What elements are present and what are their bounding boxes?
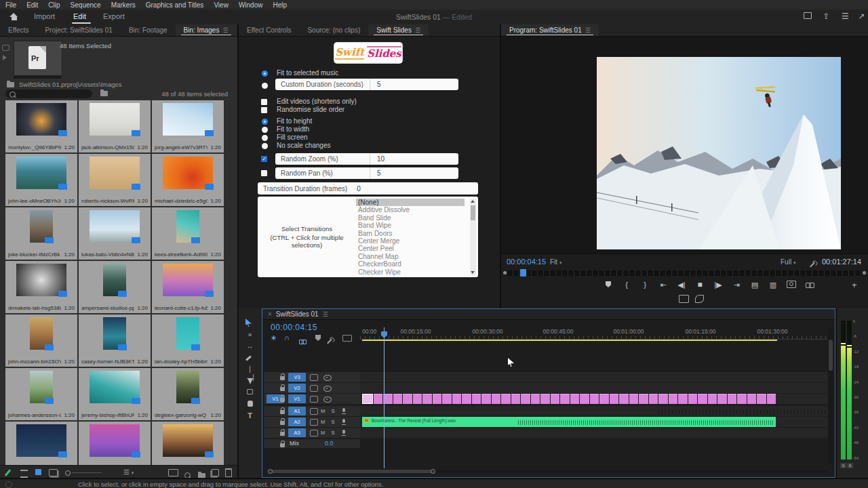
sync-lock-icon[interactable] xyxy=(310,385,318,392)
menu-graphics-and-titles[interactable]: Graphics and Titles xyxy=(146,1,204,9)
media-item[interactable]: drmakete-lab-hsg538W1:20 xyxy=(5,261,77,313)
hscroll-right-handle[interactable] xyxy=(431,469,435,474)
scrub-left-handle[interactable] xyxy=(503,271,507,274)
selection-tool[interactable] xyxy=(245,319,254,327)
list-view-icon[interactable] xyxy=(20,470,28,478)
hand-tool[interactable] xyxy=(245,400,254,408)
media-item[interactable] xyxy=(152,422,224,465)
program-scrub-bar[interactable] xyxy=(507,270,862,276)
image-clip[interactable] xyxy=(570,394,580,404)
mark-out-icon[interactable]: } xyxy=(638,280,652,289)
timeline-vertical-scrollbar[interactable] xyxy=(828,327,833,463)
add-button[interactable]: + xyxy=(852,280,857,290)
track-toggle-v1[interactable]: V1 xyxy=(288,394,306,403)
nested-sequence-icon[interactable]: ∗ xyxy=(271,333,277,342)
media-item[interactable] xyxy=(5,422,77,465)
video-track-lane-v3[interactable] xyxy=(360,372,828,382)
random-zoom-input[interactable]: Random Zoom (%) 10 xyxy=(275,153,458,165)
image-clip[interactable] xyxy=(501,394,511,404)
menu-window[interactable]: Window xyxy=(239,1,263,9)
settings-wrench-icon[interactable] xyxy=(812,258,813,270)
mute-button[interactable]: M xyxy=(319,407,326,415)
linked-selection-icon[interactable] xyxy=(299,335,307,347)
image-clip[interactable] xyxy=(580,394,589,404)
image-clip[interactable] xyxy=(433,394,442,404)
track-lock-icon[interactable] xyxy=(280,432,285,436)
track-toggle-v2[interactable]: V2 xyxy=(288,384,306,392)
video-track-lane-v1[interactable] xyxy=(360,394,828,404)
lift-icon[interactable]: ▤ xyxy=(748,280,762,289)
transition-option[interactable]: (None) xyxy=(356,199,465,206)
track-lock-icon[interactable] xyxy=(280,398,285,402)
step-forward-icon[interactable]: |▶ xyxy=(711,280,725,289)
bin-preview-thumbnail[interactable]: Pr xyxy=(14,41,62,76)
timeline-settings-wrench-icon[interactable] xyxy=(329,335,330,347)
media-item[interactable]: jorg-angeli-eW7v3RTV1:20 xyxy=(152,100,224,152)
captions-icon[interactable] xyxy=(342,335,352,342)
solo-button[interactable]: S xyxy=(330,407,336,415)
image-clip[interactable] xyxy=(619,394,629,404)
settings-overlay-icon[interactable] xyxy=(679,295,689,303)
transition-duration-input[interactable]: Transition Duration (frames) 0 xyxy=(258,182,478,195)
zoom-slider-handle[interactable] xyxy=(65,470,71,476)
multi-camera-icon[interactable] xyxy=(695,295,704,303)
mute-button[interactable]: M xyxy=(319,418,326,426)
checkbox-edit-videos[interactable] xyxy=(261,99,267,105)
menu-view[interactable]: View xyxy=(214,1,229,9)
sync-lock-icon[interactable] xyxy=(310,419,318,426)
image-clip[interactable] xyxy=(362,394,373,404)
new-item-icon[interactable] xyxy=(212,469,219,476)
track-output-eye-icon[interactable] xyxy=(323,386,332,392)
media-item[interactable]: michael-dziedzic-e5gC1:20 xyxy=(152,154,224,206)
sync-lock-icon[interactable] xyxy=(310,408,318,415)
tab-source-no-clips-[interactable]: Source: (no clips) xyxy=(299,24,368,36)
mark-in-icon[interactable]: { xyxy=(620,280,633,289)
image-clip[interactable] xyxy=(649,394,658,404)
media-item[interactable]: leonard-cotte-c1Jp-fu51:20 xyxy=(152,261,224,313)
find-icon[interactable] xyxy=(184,469,191,478)
transition-option[interactable]: Band Wipe xyxy=(356,222,465,229)
pen-tool[interactable] xyxy=(245,377,254,385)
transition-option[interactable]: Channel Map xyxy=(356,253,465,260)
menu-clip[interactable]: Clip xyxy=(48,1,60,9)
search-input[interactable] xyxy=(5,89,92,98)
radio-fill-screen[interactable] xyxy=(262,135,268,141)
media-item[interactable]: ian-dooley-hpTH5b6m1:20 xyxy=(152,314,224,367)
freeform-view-icon[interactable] xyxy=(49,469,58,476)
rectangle-tool[interactable] xyxy=(245,388,254,396)
hscroll-left-handle[interactable] xyxy=(268,469,273,474)
track-lock-icon[interactable] xyxy=(280,376,285,380)
checkbox-random-zoom[interactable]: ✓ xyxy=(261,156,267,162)
track-toggle-a2[interactable]: A2 xyxy=(288,418,306,426)
workspace-icon[interactable] xyxy=(802,12,812,21)
image-clip[interactable] xyxy=(393,394,403,404)
play-icon[interactable] xyxy=(3,55,7,60)
panel-menu-icon[interactable]: ☰ xyxy=(415,27,420,34)
track-lock-icon[interactable] xyxy=(280,421,285,425)
image-clip[interactable] xyxy=(531,394,540,404)
image-clip[interactable] xyxy=(442,394,452,404)
media-item[interactable]: lukas-bato-Vb6n4xN8f1:20 xyxy=(79,207,151,260)
program-playhead[interactable] xyxy=(520,269,526,277)
bin-icon[interactable] xyxy=(100,91,108,96)
menu-help[interactable]: Help xyxy=(273,1,287,9)
slip-tool[interactable]: |↔| xyxy=(245,365,254,373)
transition-option[interactable]: CheckerBoard xyxy=(356,260,465,268)
track-toggle-a1[interactable]: A1 xyxy=(288,407,306,415)
transition-option[interactable]: Center Peel xyxy=(356,245,465,252)
work-area-bar[interactable] xyxy=(362,340,777,341)
icon-view-icon[interactable] xyxy=(35,469,41,475)
panel-menu-icon[interactable]: ☰ xyxy=(585,27,591,34)
radio-fit-to-music[interactable] xyxy=(262,70,268,77)
image-clip[interactable] xyxy=(383,394,393,404)
image-clip[interactable] xyxy=(560,394,570,404)
folder-up-icon[interactable] xyxy=(7,82,14,87)
extract-icon[interactable]: ▥ xyxy=(766,280,780,289)
solo-button[interactable]: S xyxy=(330,418,336,426)
timeline-timecode[interactable]: 00:00:04:15 xyxy=(271,323,317,332)
menu-markers[interactable]: Markers xyxy=(111,1,136,9)
audio-clip[interactable]: fxBoombeera - The Reveal (Full Length).w… xyxy=(362,417,776,427)
image-clip[interactable] xyxy=(639,394,648,404)
transition-option[interactable]: Barn Doors xyxy=(356,230,465,237)
add-marker-icon[interactable] xyxy=(601,280,615,289)
